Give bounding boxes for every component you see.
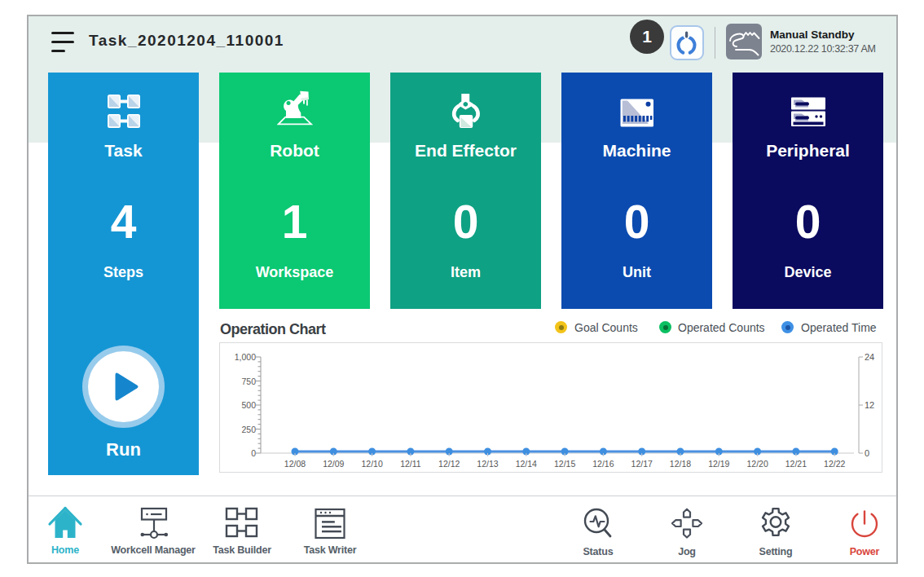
svg-text:12/21: 12/21 — [785, 459, 807, 469]
svg-text:12/17: 12/17 — [631, 459, 653, 469]
svg-text:12/12: 12/12 — [438, 459, 460, 469]
svg-text:12/16: 12/16 — [592, 459, 614, 469]
svg-text:12/08: 12/08 — [284, 459, 306, 469]
svg-text:750: 750 — [241, 377, 256, 386]
svg-text:12/18: 12/18 — [670, 459, 691, 469]
svg-text:1,000: 1,000 — [235, 352, 256, 362]
svg-text:24: 24 — [865, 352, 874, 362]
svg-text:0: 0 — [865, 448, 869, 458]
svg-text:12/20: 12/20 — [746, 459, 768, 469]
svg-text:12/10: 12/10 — [361, 459, 382, 469]
svg-text:12/09: 12/09 — [323, 459, 344, 469]
svg-text:12: 12 — [865, 400, 874, 410]
svg-text:12/13: 12/13 — [477, 459, 498, 469]
svg-text:500: 500 — [241, 400, 256, 410]
svg-text:12/19: 12/19 — [708, 459, 729, 469]
svg-text:12/22: 12/22 — [824, 459, 845, 469]
svg-text:0: 0 — [251, 448, 256, 458]
svg-text:12/15: 12/15 — [554, 459, 575, 469]
svg-text:250: 250 — [241, 425, 256, 434]
svg-text:12/11: 12/11 — [400, 459, 421, 469]
svg-text:12/14: 12/14 — [516, 459, 537, 469]
